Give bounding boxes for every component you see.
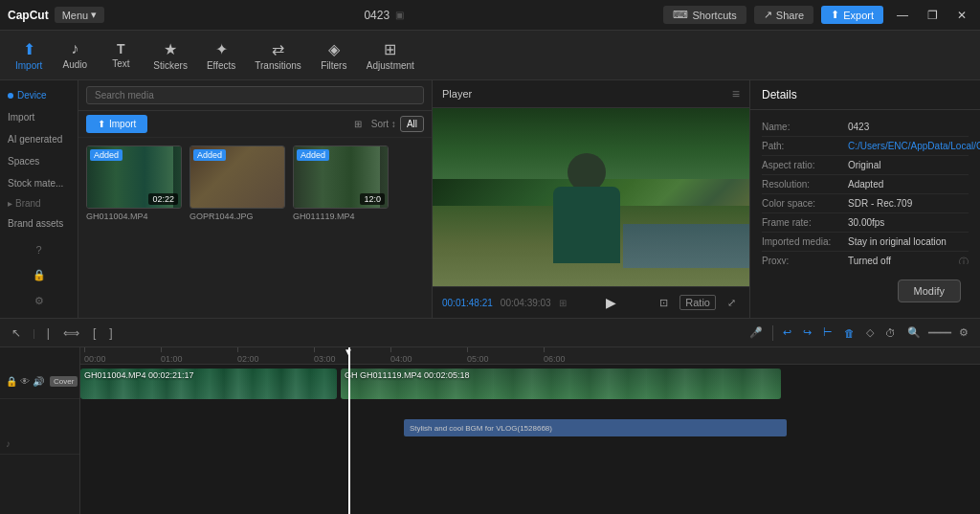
proxy-info-icon[interactable]: ⓘ xyxy=(959,256,969,264)
import-button[interactable]: ⬆ Import xyxy=(86,115,147,133)
settings-icon[interactable]: ⚙ xyxy=(0,289,78,313)
mark-in-tool[interactable]: [ xyxy=(89,324,100,342)
section-brand[interactable]: ▸ Brand xyxy=(0,194,78,212)
media-toolbar xyxy=(78,80,432,111)
left-bottom: ? 🔒 ⚙ xyxy=(0,235,78,317)
modify-button[interactable]: Modify xyxy=(898,279,961,302)
razor-tool[interactable]: | xyxy=(43,324,54,342)
tool-import[interactable]: ⬆ Import xyxy=(8,36,50,75)
stretch-tool[interactable]: ⟺ xyxy=(59,324,83,342)
tool-text[interactable]: T Text xyxy=(100,37,142,73)
time-current: 00:01:48:21 xyxy=(442,298,493,308)
microphone-icon[interactable]: 🎤 xyxy=(746,324,767,341)
tool-stickers[interactable]: ★ Stickers xyxy=(145,36,195,75)
audio-track-1: Stylish and cool BGM for VLOG(1528668) xyxy=(80,418,980,437)
tool-adjustment[interactable]: ⊞ Adjustment xyxy=(359,36,422,75)
view-toggle[interactable]: ⊞ xyxy=(354,119,362,129)
filter-all[interactable]: All xyxy=(400,116,424,132)
top-bar-right: ⌨ Shortcuts ↗ Share ⬆ Export — ❐ ✕ xyxy=(663,6,972,24)
help-icon[interactable]: ? xyxy=(0,238,78,261)
fit-button[interactable]: ⊡ xyxy=(656,295,672,311)
maximize-button[interactable]: ❐ xyxy=(922,7,944,24)
ratio-button[interactable]: Ratio xyxy=(679,295,716,310)
detail-row-name: Name: 0423 xyxy=(762,118,969,137)
top-bar: CapCut Menu ▾ 0423 ▣ ⌨ Shortcuts ↗ Share… xyxy=(0,0,980,31)
timeline-toolbar: ↖ | | ⟺ [ ] 🎤 ↩ ↪ ⊢ 🗑 ◇ ⏱ 🔍 ━━━━ ⚙ xyxy=(0,319,980,347)
audio-clip-bgm[interactable]: Stylish and cool BGM for VLOG(1528668) xyxy=(404,419,787,436)
sort-button[interactable]: Sort ↕ xyxy=(371,119,396,129)
nav-brand-assets[interactable]: Brand assets xyxy=(0,212,78,235)
close-button[interactable]: ✕ xyxy=(951,7,972,24)
fullscreen-button[interactable]: ⤢ xyxy=(724,295,740,311)
detail-row-colorspace: Color space: SDR - Rec.709 xyxy=(762,194,969,213)
detail-row-proxy: Proxy: Turned off ⓘ xyxy=(762,252,969,264)
main-toolbar: ⬆ Import ♪ Audio T Text ★ Stickers ✦ Eff… xyxy=(0,31,980,80)
detail-row-aspect: Aspect ratio: Original xyxy=(762,156,969,175)
shortcuts-button[interactable]: ⌨ Shortcuts xyxy=(663,6,746,24)
thumb-badge-1: Added xyxy=(90,149,122,161)
video-track-1: GH011004.MP4 00:02:21:17 GH GH011119.MP4… xyxy=(80,367,980,401)
media-thumb-3[interactable]: Added 12:0 GH011119.MP4 xyxy=(293,145,389,221)
tl-right-tools: 🎤 ↩ ↪ ⊢ 🗑 ◇ ⏱ 🔍 ━━━━ ⚙ xyxy=(746,324,972,341)
undo-icon[interactable]: ↩ xyxy=(779,324,795,341)
ruler-mark-1: 01:00 xyxy=(161,347,237,364)
thumb-label-1: GH011004.MP4 xyxy=(86,212,182,221)
tool-transitions[interactable]: ⇄ Transitions xyxy=(247,36,309,75)
split-icon[interactable]: ⊢ xyxy=(819,324,836,341)
ruler-mark-2: 02:00 xyxy=(237,347,314,364)
minimize-button[interactable]: — xyxy=(891,7,914,24)
speed-icon[interactable]: ⏱ xyxy=(881,325,900,341)
delete-icon[interactable]: 🗑 xyxy=(840,325,858,341)
timeline-tracks: 00:00 01:00 02:00 03:00 xyxy=(80,347,980,514)
mark-out-tool[interactable]: ] xyxy=(105,324,116,342)
redo-icon[interactable]: ↪ xyxy=(799,324,815,341)
timeline-body: 🔒 👁 🔊 Cover ♪ 00:00 xyxy=(0,347,980,514)
media-grid: Added 02:22 GH011004.MP4 Added GOPR1044.… xyxy=(78,138,432,318)
adjustment-icon: ⊞ xyxy=(384,40,396,58)
ruler-mark-0: 00:00 xyxy=(84,347,161,364)
media-panel: ⬆ Import ⊞ Sort ↕ All Added 02:22 GH0110… xyxy=(78,80,433,318)
thumb-duration-1: 02:22 xyxy=(148,193,178,205)
player-menu-button[interactable]: ≡ xyxy=(732,86,740,101)
keyframe-icon[interactable]: ◇ xyxy=(862,324,878,341)
media-thumb-1[interactable]: Added 02:22 GH011004.MP4 xyxy=(86,145,182,221)
player-panel: Player ≡ xyxy=(433,80,750,318)
import-icon: ⬆ xyxy=(23,40,35,58)
play-button[interactable]: ▶ xyxy=(604,293,618,312)
clip-gh011119[interactable]: GH GH011119.MP4 00:02:05:18 xyxy=(341,369,781,399)
details-header: Details xyxy=(750,80,980,110)
player-video xyxy=(433,108,749,286)
media-thumb-2[interactable]: Added GOPR1044.JPG xyxy=(189,145,285,221)
detail-row-framerate: Frame rate: 30.00fps xyxy=(762,213,969,233)
thumb-badge-3: Added xyxy=(297,149,329,161)
thumb-badge-2: Added xyxy=(193,149,226,161)
timeline-settings[interactable]: ⚙ xyxy=(955,324,972,341)
nav-stock-mate[interactable]: Stock mate... xyxy=(0,172,78,194)
top-bar-center: 0423 ▣ xyxy=(104,9,663,22)
nav-import[interactable]: Import xyxy=(0,106,78,128)
export-button[interactable]: ⬆ Export xyxy=(821,6,883,24)
track-label-audio: ♪ xyxy=(0,434,79,455)
media-actions: ⬆ Import ⊞ Sort ↕ All xyxy=(78,111,432,138)
tool-audio[interactable]: ♪ Audio xyxy=(54,36,96,74)
audio-icon: ♪ xyxy=(71,40,78,57)
nav-device[interactable]: Device xyxy=(0,84,78,106)
detail-row-path: Path: C:/Users/ENC/AppData/Local/CapCut/… xyxy=(762,137,969,156)
player-controls: 00:01:48:21 00:04:39:03 ⊞ ▶ ⊡ Ratio ⤢ xyxy=(433,286,749,318)
zoom-out-icon[interactable]: 🔍 xyxy=(903,324,924,341)
tool-effects[interactable]: ✦ Effects xyxy=(199,36,243,75)
search-input[interactable] xyxy=(86,86,424,104)
menu-button[interactable]: Menu ▾ xyxy=(55,7,105,23)
nav-spaces[interactable]: Spaces xyxy=(0,150,78,172)
player-title: Player xyxy=(442,88,472,100)
share-button[interactable]: ↗ Share xyxy=(754,6,813,24)
left-panel: Device Import AI generated Spaces Stock … xyxy=(0,80,78,318)
cover-badge[interactable]: Cover xyxy=(50,376,78,387)
lock-icon[interactable]: 🔒 xyxy=(0,263,78,287)
tool-filters[interactable]: ◈ Filters xyxy=(313,36,355,75)
ruler-mark-4: 04:00 xyxy=(390,347,467,364)
thumb-duration-3: 12:0 xyxy=(360,193,385,205)
nav-ai-generated[interactable]: AI generated xyxy=(0,128,78,150)
clip-gh011004[interactable]: GH011004.MP4 00:02:21:17 xyxy=(80,369,337,399)
cursor-tool[interactable]: ↖ xyxy=(8,324,25,342)
